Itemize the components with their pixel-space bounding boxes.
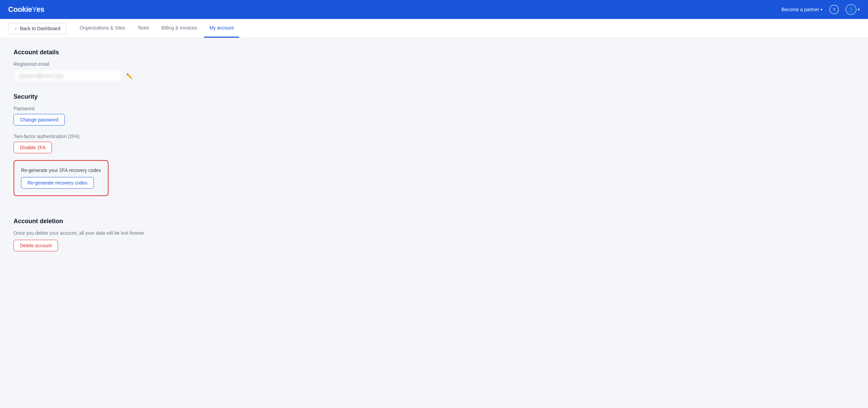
email-label: Registered email xyxy=(14,61,258,67)
security-title: Security xyxy=(14,93,258,100)
secondary-navbar: ← Back to Dashboard Organizations & Site… xyxy=(0,19,868,38)
account-details-title: Account details xyxy=(14,49,258,56)
logo: CookieYes xyxy=(8,5,44,14)
email-row: ✏️ xyxy=(14,70,258,82)
account-deletion-title: Account deletion xyxy=(14,218,258,225)
top-navbar: CookieYes Become a partner ? 👤 ▾ xyxy=(0,0,868,19)
recovery-codes-text: Re-generate your 2FA recovery codes xyxy=(21,168,101,173)
user-chevron-icon: ▾ xyxy=(858,7,860,12)
deletion-description: Once you delete your account, all your d… xyxy=(14,230,258,236)
account-deletion-section: Account deletion Once you delete your ac… xyxy=(14,218,258,251)
delete-account-button[interactable]: Delete account xyxy=(14,240,58,251)
tab-my-account[interactable]: My account xyxy=(204,19,239,38)
nav-right: Become a partner ? 👤 ▾ xyxy=(782,4,860,15)
recovery-codes-box: Re-generate your 2FA recovery codes Re-g… xyxy=(14,160,108,196)
nav-tabs: Organizations & Sites Team Billing & Inv… xyxy=(74,19,239,38)
help-icon[interactable]: ? xyxy=(829,5,839,14)
email-input[interactable] xyxy=(14,70,122,82)
become-partner-button[interactable]: Become a partner xyxy=(782,7,823,12)
change-password-button[interactable]: Change password xyxy=(14,114,65,125)
security-section: Security Password Change password Two-fa… xyxy=(14,93,258,207)
tab-organizations-sites[interactable]: Organizations & Sites xyxy=(74,19,131,38)
user-avatar-icon: 👤 xyxy=(846,4,856,15)
account-details-section: Account details Registered email ✏️ xyxy=(14,49,258,82)
back-to-dashboard-button[interactable]: ← Back to Dashboard xyxy=(8,23,66,34)
tab-team[interactable]: Team xyxy=(132,19,155,38)
regenerate-recovery-codes-button[interactable]: Re-generate recovery codes xyxy=(21,177,94,189)
edit-email-icon[interactable]: ✏️ xyxy=(126,73,133,79)
password-label: Password xyxy=(14,106,258,111)
user-dropdown[interactable]: 👤 ▾ xyxy=(846,4,860,15)
disable-2fa-button[interactable]: Disable 2FA xyxy=(14,142,52,153)
main-content: Account details Registered email ✏️ Secu… xyxy=(0,38,271,273)
twofa-label: Two-factor authentication (2FA) xyxy=(14,134,258,139)
tab-billing-invoices[interactable]: Billing & Invoices xyxy=(156,19,203,38)
